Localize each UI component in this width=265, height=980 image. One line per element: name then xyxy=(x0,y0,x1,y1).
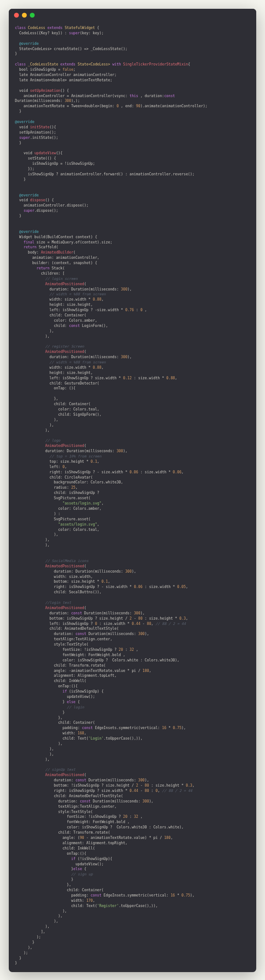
t: ; xyxy=(73,67,75,72)
t: child: Transform.rotate( xyxy=(15,830,110,835)
t: - xyxy=(132,616,138,621)
t: , xyxy=(182,470,184,474)
t: - animationTextRotate.value) * pi / xyxy=(84,835,164,840)
cmt: // 88 / 2 = 44 xyxy=(155,621,186,626)
cmt: // SocialMedia icons xyxy=(15,559,89,563)
t: bottom: size.height * xyxy=(15,579,101,584)
maximize-icon[interactable] xyxy=(30,13,35,18)
t: { xyxy=(95,25,99,30)
t: updateView(); xyxy=(15,862,104,866)
t: alignment: Alignment.topLeft, xyxy=(15,673,117,678)
t xyxy=(15,208,24,213)
t: color: Colors.teal, xyxy=(15,407,99,411)
t: textAlign:TextAlign.center, xyxy=(15,637,112,641)
kw: class xyxy=(15,25,26,30)
num: 300 xyxy=(134,611,140,615)
t: duration: Duration(milliseconds: xyxy=(15,355,121,359)
t: backgroundColor: Colors.white30, xyxy=(15,480,123,484)
t: * xyxy=(166,726,173,730)
num: 0.06 xyxy=(129,470,138,474)
t: Scaffold( xyxy=(36,245,58,249)
ann: @override xyxy=(15,120,34,124)
num: 0.75 xyxy=(173,726,182,730)
t: bool isShowSignUp = xyxy=(15,67,62,72)
t: child: AnimatedDefaultTextStyle( xyxy=(15,626,119,631)
num: 0.3 xyxy=(179,616,186,621)
t: EdgeInsets.symmetric(vertical: xyxy=(93,726,162,730)
bool: false xyxy=(62,67,73,72)
str: 'Login' xyxy=(89,736,104,740)
t: ( xyxy=(84,282,86,286)
t: height: size.height, xyxy=(15,370,93,375)
t: width: size.width, xyxy=(15,574,93,579)
t: , xyxy=(151,621,156,626)
t: style:TextStyle( xyxy=(15,642,89,646)
num: 90 xyxy=(80,835,84,840)
t: ( xyxy=(84,349,86,354)
num: 90 xyxy=(136,104,140,108)
t: width: size.width * xyxy=(15,297,93,301)
t: Widget build(BuildContext context) { xyxy=(15,235,97,239)
t: Duration(milliseconds: xyxy=(15,98,64,103)
t: } xyxy=(15,177,26,181)
t: .toUpperCase(),)), xyxy=(104,736,143,740)
t: .toUpperCase(),)), xyxy=(119,904,158,908)
mix: SingleTickerProviderStateMixin xyxy=(123,62,188,66)
t: { xyxy=(82,867,86,871)
code-area: class CodeLess extends StatefulWidget { … xyxy=(9,21,256,972)
t: * xyxy=(175,893,182,897)
t: , xyxy=(64,465,67,469)
num: 0.75 xyxy=(182,893,190,897)
t: left: isShowSignUp ? -size.width * xyxy=(15,308,125,312)
t: () { xyxy=(61,88,69,93)
t: } xyxy=(15,109,21,113)
t: right: isShowSignUp ? size.width * xyxy=(15,788,129,793)
t: style:TextStyle( xyxy=(15,809,93,814)
t: , xyxy=(101,297,104,301)
cmt: //login text xyxy=(15,600,71,605)
t: : xyxy=(127,814,134,819)
t: ), xyxy=(132,569,136,573)
t: State<CodeLess> createState() => _CodeLe… xyxy=(15,47,127,51)
t: ), xyxy=(15,543,50,547)
t: ) : xyxy=(15,512,61,516)
t: : xyxy=(134,308,140,312)
t: left: isShowSignUp ? size.width * xyxy=(15,376,123,380)
kw: return xyxy=(36,266,50,270)
t: color: Colors.amber, xyxy=(15,506,101,511)
num: 0.1 xyxy=(101,579,108,584)
t: } xyxy=(15,940,34,944)
ann: @override xyxy=(15,229,39,234)
t xyxy=(15,282,45,286)
t: isShowSignUp ? animationController.forwa… xyxy=(15,172,194,176)
t: , xyxy=(93,898,95,903)
t: child: CircleAvatar( xyxy=(15,475,93,479)
t: }); xyxy=(15,167,34,171)
t: onTap:(){ xyxy=(15,851,86,856)
kw: const xyxy=(75,778,86,782)
cmt: // signUp text xyxy=(15,767,75,772)
num: 0.3 xyxy=(186,783,192,788)
t: } xyxy=(15,710,64,715)
close-icon[interactable] xyxy=(14,13,19,18)
t xyxy=(15,606,45,610)
t: - xyxy=(138,788,145,793)
minimize-icon[interactable] xyxy=(22,13,27,18)
t xyxy=(15,501,62,505)
cmt: // width = %88 from screen xyxy=(15,360,106,364)
t: , xyxy=(186,584,188,589)
t: ), xyxy=(127,355,132,359)
kw: const xyxy=(71,611,82,615)
kw: extends xyxy=(61,62,76,66)
t: duration: xyxy=(15,632,75,636)
t: body: xyxy=(15,250,41,254)
t: builder: (context, snapshot) { xyxy=(15,261,97,265)
t: : size.height * xyxy=(149,783,186,788)
num: 80 xyxy=(138,616,143,621)
kw: super xyxy=(19,135,30,140)
t: padding: xyxy=(15,726,82,730)
cls: CodeLess xyxy=(28,25,45,30)
t: duration: Duration(milliseconds: xyxy=(15,569,125,573)
t: ), xyxy=(15,747,54,751)
cls: StatefulWidget xyxy=(64,25,95,30)
